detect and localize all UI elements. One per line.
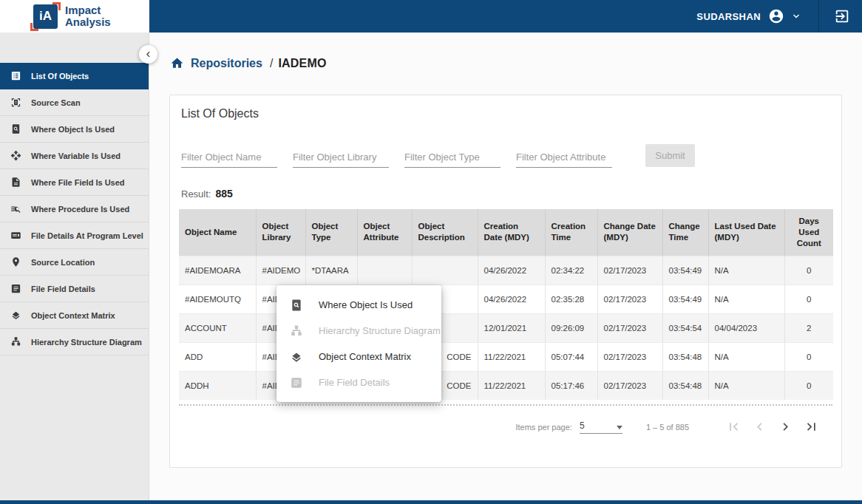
layers-icon (10, 310, 21, 321)
table-cell: 0 (784, 256, 833, 285)
breadcrumb: Repositories / IADEMO (170, 56, 327, 70)
home-icon[interactable] (170, 56, 184, 70)
previous-page-icon (752, 419, 767, 435)
table-cell: 11/22/2021 (478, 371, 545, 400)
column-header-object-attribute: Object Attribute (357, 209, 412, 256)
menu-item-file-field-details: File Field Details (276, 370, 441, 395)
next-page-button[interactable] (778, 419, 793, 435)
table-cell: 0 (784, 371, 833, 400)
table-cell (357, 256, 412, 285)
breadcrumb-repositories-link[interactable]: Repositories (191, 57, 262, 70)
table-cell: ACCOUNT (179, 313, 256, 342)
menu-item-object-context-matrix[interactable]: Object Context Matrix (276, 344, 441, 370)
table-cell: #AIDEMO (256, 256, 305, 285)
table-cell: 05:17:46 (545, 371, 597, 400)
table-cell: 03:54:54 (662, 313, 708, 342)
sidebar-item-where-procedure-is-used[interactable]: Where Procedure Is Used (0, 196, 149, 222)
sidebar-item-list-of-objects[interactable]: List Of Objects (0, 63, 149, 89)
app-header: iA Impact Analysis SUDARSHAN (0, 0, 862, 33)
sidebar-collapse-button[interactable] (139, 45, 157, 64)
sidebar-item-where-file-field-is-used[interactable]: Where File Field Is Used (0, 169, 149, 196)
chevron-down-icon (790, 10, 802, 22)
logo-title: Impact Analysis (65, 4, 111, 28)
doc-search-icon (290, 299, 303, 312)
breadcrumb-current: IADEMO (278, 57, 326, 70)
sidebar-item-label: Where Object Is Used (31, 125, 115, 134)
column-header-object-library: Object Library (256, 209, 305, 256)
logout-icon[interactable] (834, 8, 850, 24)
table-cell: 05:07:44 (545, 342, 597, 371)
menu-item-label: File Field Details (319, 377, 390, 388)
table-cell: N/A (708, 256, 784, 285)
logo-title-line1: Impact (65, 4, 111, 16)
previous-page-button (752, 419, 767, 435)
sidebar-item-label: Where Procedure Is Used (31, 205, 129, 214)
sidebar-item-object-context-matrix[interactable]: Object Context Matrix (0, 302, 149, 329)
items-per-page-value: 5 (580, 420, 585, 431)
column-header-object-description: Object Description (412, 209, 478, 256)
menu-item-where-object-is-used[interactable]: Where Object Is Used (276, 292, 441, 318)
table-header-row: Object NameObject LibraryObject TypeObje… (179, 209, 833, 256)
table-cell: 03:54:48 (662, 342, 708, 371)
sidebar-item-label: File Field Details (31, 285, 95, 293)
filter-row: Submit (181, 144, 841, 168)
table-cell: ADDH (179, 371, 256, 400)
table-cell: 02:34:22 (545, 256, 597, 285)
sidebar-item-file-field-details[interactable]: File Field Details (0, 276, 149, 302)
hierarchy-icon (10, 336, 21, 347)
logo-mark: iA (33, 4, 58, 29)
first-page-icon (726, 419, 741, 435)
table-cell: 03:54:49 (662, 256, 708, 285)
last-page-icon (804, 419, 819, 435)
table-row[interactable]: #AIDEMOARA#AIDEMO*DTAARA04/26/202202:34:… (179, 256, 833, 285)
menu-item-hierarchy-structure-diagram: Hierarchy Structure Diagram (276, 318, 441, 344)
filter-object-type-input[interactable] (404, 149, 500, 168)
header-divider (818, 0, 819, 33)
table-cell: 02/17/2023 (597, 256, 662, 285)
column-header-object-name: Object Name (179, 209, 256, 256)
list-icon (10, 70, 21, 81)
submit-button[interactable]: Submit (645, 144, 695, 167)
table-cell: ADD (179, 342, 256, 371)
doc-search-icon (10, 123, 21, 134)
table-cell: 02:35:28 (545, 285, 597, 313)
column-header-change-time: Change Time (662, 209, 708, 256)
header-right: SUDARSHAN (696, 0, 862, 33)
app-logo[interactable]: iA Impact Analysis (0, 0, 149, 33)
chevron-left-icon (143, 49, 154, 60)
sidebar-item-source-scan[interactable]: Source Scan (0, 89, 149, 116)
table-cell: 0 (784, 285, 833, 313)
last-page-button[interactable] (804, 419, 819, 435)
sidebar-item-label: List Of Objects (31, 72, 89, 81)
menu-item-label: Hierarchy Structure Diagram (319, 325, 441, 336)
column-header-creation-time: Creation Time (545, 209, 597, 256)
table-cell: 12/01/2021 (478, 313, 545, 342)
first-page-button (726, 419, 741, 435)
table-cell: 02/17/2023 (597, 342, 662, 371)
table-cell: 02/17/2023 (597, 313, 662, 342)
doc-lines-icon (10, 283, 21, 294)
next-page-icon (778, 419, 793, 435)
panel-title: List Of Objects (181, 107, 841, 120)
table-cell: 0 (784, 342, 833, 371)
sidebar-item-hierarchy-structure-diagram[interactable]: Hierarchy Structure Diagram (0, 329, 149, 355)
user-menu[interactable]: SUDARSHAN (696, 8, 802, 24)
pagination: Items per page: 5 1 – 5 of 885 (170, 419, 819, 435)
pagination-controls (716, 419, 819, 435)
sidebar-item-source-location[interactable]: Source Location (0, 249, 149, 276)
scan-icon (10, 97, 21, 108)
table-cell: #AIDEMOARA (179, 256, 256, 285)
filter-object-name-input[interactable] (181, 149, 277, 168)
sidebar-item-label: Where Variable Is Used (31, 151, 121, 160)
sidebar-item-file-details-at-program-level[interactable]: File Details At Program Level (0, 222, 149, 249)
sidebar-item-where-variable-is-used[interactable]: Where Variable Is Used (0, 143, 149, 169)
username-label: SUDARSHAN (696, 11, 761, 22)
hierarchy-icon (290, 324, 303, 338)
table-cell: 03:54:49 (662, 285, 708, 313)
sidebar-item-label: Hierarchy Structure Diagram (31, 338, 142, 347)
filter-object-attribute-input[interactable] (516, 149, 612, 168)
items-per-page-select[interactable]: 5 (580, 420, 622, 434)
filter-object-library-input[interactable] (293, 149, 389, 168)
sidebar-item-where-object-is-used[interactable]: Where Object Is Used (0, 116, 149, 143)
sidebar-item-label: File Details At Program Level (31, 231, 143, 240)
